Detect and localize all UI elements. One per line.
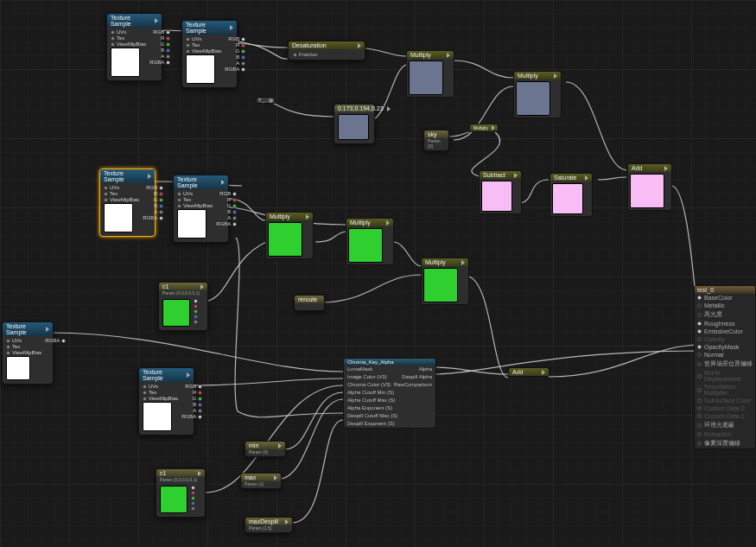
node-param-c1a[interactable]: c1 Param (0,0,0,0,0,1) bbox=[158, 282, 208, 331]
collapse-icon[interactable] bbox=[221, 180, 225, 185]
pin-alphacutmax[interactable]: Alpha Cutoff Max (S) bbox=[347, 397, 396, 404]
pin-rgb[interactable]: RGB bbox=[153, 29, 170, 35]
pin-a[interactable]: A bbox=[161, 54, 170, 59]
pin-viewmip[interactable]: ViewMipBias bbox=[111, 41, 146, 47]
collapse-icon[interactable] bbox=[664, 166, 668, 171]
pin-alphacutmin[interactable]: Alpha Cutoff Min (S) bbox=[347, 389, 394, 397]
pin-lumamask[interactable]: LumaMask bbox=[347, 366, 372, 373]
collapse-icon[interactable] bbox=[274, 475, 277, 480]
collapse-icon[interactable] bbox=[200, 284, 204, 289]
collapse-icon[interactable] bbox=[585, 175, 588, 181]
node-multiply-6[interactable]: Multiply bbox=[421, 258, 469, 305]
collapse-icon[interactable] bbox=[514, 173, 518, 178]
result-pin-像素深度偏移[interactable]: 像素深度偏移 bbox=[695, 438, 755, 448]
collapse-icon[interactable] bbox=[387, 106, 391, 111]
result-pin-basecolor[interactable]: BaseColor bbox=[695, 294, 755, 302]
result-pin-metallic[interactable]: Metallic bbox=[695, 302, 755, 309]
pin-tex[interactable]: Tex bbox=[111, 35, 146, 41]
node-texture-object[interactable]: T_.. bbox=[256, 97, 276, 104]
result-pin-opacity[interactable]: Opacity bbox=[695, 335, 755, 343]
pin-alpha-out[interactable]: Alpha bbox=[419, 366, 432, 373]
node-texture-sample-1[interactable]: Texture Sample UVs Tex ViewMipBias RGB R… bbox=[106, 13, 162, 81]
pin-fraction[interactable]: Fraction bbox=[293, 52, 360, 57]
pin-g[interactable]: G bbox=[161, 41, 171, 47]
collapse-icon[interactable] bbox=[46, 327, 49, 332]
pin-despillalpha[interactable]: Despill Alpha bbox=[402, 373, 432, 381]
node-multiply-5[interactable]: Multiply bbox=[346, 218, 394, 265]
texture-preview[interactable] bbox=[6, 356, 30, 380]
node-saturate[interactable]: Saturate bbox=[550, 173, 593, 217]
collapse-icon[interactable] bbox=[187, 372, 190, 378]
result-pin-opacitymask[interactable]: OpacityMask bbox=[695, 343, 755, 351]
pin-viewmip[interactable]: ViewMipBias bbox=[186, 48, 221, 54]
texture-preview[interactable] bbox=[177, 209, 206, 239]
pin-rgba[interactable]: RGBA bbox=[149, 60, 170, 65]
result-pin-custom-data-1[interactable]: Custom Data 1 bbox=[695, 412, 755, 420]
collapse-icon[interactable] bbox=[198, 471, 201, 476]
result-pin-normal[interactable]: Normal bbox=[695, 351, 755, 359]
pin-alphaexp[interactable]: Alpha Exponent (S) bbox=[347, 404, 392, 412]
result-pin-环境光遮蔽[interactable]: 环境光遮蔽 bbox=[695, 420, 755, 430]
collapse-icon[interactable] bbox=[230, 25, 233, 30]
result-pin-subsurface-color[interactable]: Subsurface Color bbox=[695, 397, 755, 404]
texture-preview[interactable] bbox=[143, 402, 172, 431]
collapse-icon[interactable] bbox=[278, 443, 282, 448]
pin-rawcomp[interactable]: RawComparison bbox=[394, 381, 432, 389]
node-add-2[interactable]: Add bbox=[508, 367, 550, 377]
result-pin-世界场景位置偏移[interactable]: 世界场景位置偏移 bbox=[695, 359, 755, 369]
node-texture-sample-6[interactable]: Texture Sample UVs Tex ViewMipBias RGB R… bbox=[138, 367, 194, 436]
result-pin-world-displacement[interactable]: World Displacement bbox=[695, 369, 755, 383]
node-constant3[interactable]: 0.173,0.194,0.23 bbox=[334, 104, 375, 144]
node-multiply-4[interactable]: Multiply bbox=[265, 212, 314, 259]
result-pin-roughness[interactable]: Roughness bbox=[695, 320, 755, 328]
node-texture-sample-3-selected[interactable]: Texture Sample UVs Tex ViewMipBias RGB R… bbox=[99, 169, 156, 237]
node-multiply-1[interactable]: Multiply bbox=[406, 50, 454, 98]
collapse-icon[interactable] bbox=[306, 214, 309, 219]
pin-r[interactable]: R bbox=[161, 35, 170, 41]
collapse-icon[interactable] bbox=[285, 519, 289, 525]
node-header[interactable]: Texture Sample bbox=[107, 14, 162, 28]
node-desaturation[interactable]: Desaturation Fraction bbox=[288, 41, 365, 60]
collapse-icon[interactable] bbox=[148, 174, 151, 179]
pin-despillcutmax[interactable]: Despill Cutoff Max (S) bbox=[347, 412, 397, 420]
collapse-icon[interactable] bbox=[447, 53, 450, 58]
collapse-icon[interactable] bbox=[542, 370, 545, 375]
node-reroute[interactable]: reroute bbox=[294, 295, 325, 311]
pin-b[interactable]: B bbox=[161, 48, 170, 53]
node-texture-sample-5[interactable]: Texture Sample UVs Tex ViewMipBias RGBA bbox=[2, 321, 54, 385]
pin-uvs[interactable]: UVs bbox=[111, 29, 146, 35]
collapse-icon[interactable] bbox=[386, 220, 390, 226]
node-chroma-key-alpha[interactable]: Chroma_Key_Alpha LumaMaskAlpha Image Col… bbox=[343, 358, 436, 429]
collapse-icon[interactable] bbox=[554, 73, 557, 79]
texture-preview[interactable] bbox=[111, 48, 140, 77]
result-pin-custom-data-0[interactable]: Custom Data 0 bbox=[695, 404, 755, 412]
collapse-icon[interactable] bbox=[358, 43, 361, 48]
node-param-max[interactable]: max Param (1) bbox=[240, 473, 282, 489]
material-result-node[interactable]: test_0 BaseColorMetallic高光度RoughnessEmis… bbox=[694, 285, 756, 449]
pin-despillexp[interactable]: Despill Exponent (S) bbox=[347, 420, 395, 428]
node-texture-sample-2[interactable]: Texture Sample UVs Tex ViewMipBias RGB R… bbox=[181, 20, 238, 88]
result-pin-emissivecolor[interactable]: EmissiveColor bbox=[695, 328, 755, 335]
pin-uvs[interactable]: UVs bbox=[186, 36, 221, 41]
result-pin-高光度[interactable]: 高光度 bbox=[695, 309, 755, 320]
result-pin-refraction[interactable]: Refraction bbox=[695, 430, 755, 438]
node-param-sky[interactable]: sky Param (0) bbox=[423, 130, 449, 151]
pin-tex[interactable]: Tex bbox=[186, 42, 221, 48]
node-param-min[interactable]: min Param (0) bbox=[245, 441, 286, 457]
pin-chromacolor[interactable]: Chroma Color (V3) bbox=[347, 381, 391, 389]
result-pin-tessellation-multiplier[interactable]: Tessellation Multiplier bbox=[695, 383, 755, 397]
node-param-c1b[interactable]: c1 Param (0,0,0,0,0,1) bbox=[156, 468, 206, 518]
output-pin[interactable] bbox=[269, 99, 273, 103]
node-multiply-2[interactable]: Multiply bbox=[513, 71, 562, 118]
pin-imagecolor[interactable]: Image Color (V3) bbox=[347, 373, 387, 381]
collapse-icon[interactable] bbox=[492, 125, 495, 130]
collapse-icon[interactable] bbox=[155, 18, 158, 23]
collapse-icon[interactable] bbox=[461, 260, 465, 265]
node-param-maxdespill[interactable]: maxDespill Param (1.5) bbox=[245, 517, 293, 533]
node-multiply-3[interactable]: Multiply bbox=[469, 124, 499, 132]
texture-preview[interactable] bbox=[104, 203, 133, 232]
texture-preview[interactable] bbox=[186, 54, 215, 84]
node-add-1[interactable]: Add bbox=[627, 163, 672, 211]
node-texture-sample-4[interactable]: Texture Sample UVs Tex ViewMipBias RGB R… bbox=[173, 175, 229, 243]
node-subtract[interactable]: Subtract bbox=[479, 170, 522, 214]
